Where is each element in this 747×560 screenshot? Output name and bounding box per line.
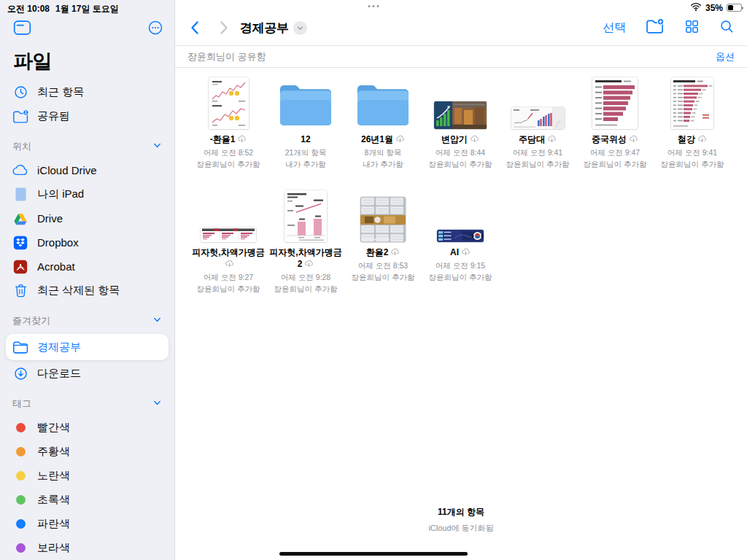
section-label: 태그 <box>12 397 31 411</box>
file-item-fx1[interactable]: -환율1어제 오전 8:52장윤희님이 추가함 <box>190 74 267 171</box>
back-button[interactable] <box>187 19 204 36</box>
sidebar-item-tag-orange[interactable]: 주황색 <box>0 440 174 464</box>
options-button[interactable]: 옵션 <box>716 50 735 63</box>
tag-icon <box>12 519 29 529</box>
sidebar: 파일 최근 항목공유됨위치iCloud Drive나의 iPadDriveDro… <box>0 0 175 560</box>
multitasking-indicator[interactable] <box>368 5 379 7</box>
sidebar-item-recents[interactable]: 최근 항목 <box>0 80 174 104</box>
file-item-folder-26y1m[interactable]: 26년1월8개의 항목내가 추가함 <box>344 74 422 171</box>
shared-header: 장윤희님이 공유함 옵션 <box>175 45 747 68</box>
folder-thumbnail <box>267 74 344 129</box>
navigation-bar: 경제공부 선택 <box>175 15 747 40</box>
sidebar-item-tag-blue[interactable]: 파란색 <box>0 512 174 536</box>
status-footer: 11개의 항목 iCloud에 동기화됨 <box>175 506 747 534</box>
sidebar-item-acrobat[interactable]: Acrobat <box>0 254 174 279</box>
sidebar-item-label: Drive <box>37 212 63 225</box>
file-item-china-satellite[interactable]: 중국위성어제 오전 9:47장윤희님이 추가함 <box>576 74 654 171</box>
file-item-fx2[interactable]: 환율2어제 오전 8:53장윤희님이 추가함 <box>344 187 422 295</box>
file-added-by: 장윤희님이 추가함 <box>654 159 731 171</box>
sidebar-item-downloads[interactable]: 다운로드 <box>0 362 174 386</box>
acrobat-icon <box>12 260 29 274</box>
trash-icon <box>12 283 29 298</box>
tag-icon <box>12 447 29 456</box>
file-item-mortgage[interactable]: 주담대어제 오전 9:41장윤희님이 추가함 <box>499 74 576 171</box>
file-added-by: 장윤희님이 추가함 <box>344 272 422 284</box>
tag-icon <box>12 543 29 553</box>
battery-icon <box>727 4 742 12</box>
sidebar-item-label: Acrobat <box>37 260 75 273</box>
ipad-icon <box>12 187 29 202</box>
home-indicator[interactable] <box>279 552 468 556</box>
file-name: AI <box>422 247 499 259</box>
file-thumbnail <box>344 187 422 242</box>
sidebar-item-dropbox[interactable]: Dropbox <box>0 230 174 254</box>
icloud-download-icon <box>393 134 405 144</box>
search-icon[interactable] <box>719 19 735 37</box>
title-chevron-button[interactable] <box>293 21 307 35</box>
sidebar-item-label: 최근 삭제된 항목 <box>37 284 120 298</box>
sidebar-item-google-drive[interactable]: Drive <box>0 206 174 230</box>
chevron-down-icon[interactable] <box>152 315 162 327</box>
file-thumbnail <box>190 187 267 242</box>
icloud-download-icon <box>235 134 247 144</box>
sidebar-item-label: 파란색 <box>37 517 70 531</box>
clock-icon <box>12 85 29 100</box>
download-icon <box>12 366 29 381</box>
file-item-pizzahut-fee2[interactable]: 피자헛,차액가맹금2어제 오전 9:28장윤희님이 추가함 <box>267 187 344 295</box>
files-window-icon[interactable] <box>13 20 31 39</box>
file-added-by: 장윤희님이 추가함 <box>190 159 267 171</box>
sidebar-item-tag-red[interactable]: 빨간색 <box>0 416 174 440</box>
icloud-download-icon <box>459 247 471 257</box>
sidebar-item-label: 빨간색 <box>37 421 70 435</box>
sidebar-section-header: 위치 <box>0 134 174 158</box>
new-folder-button[interactable] <box>646 18 665 37</box>
file-name: -환율1 <box>190 134 267 146</box>
forward-button[interactable] <box>215 19 231 36</box>
folder-title: 경제공부 <box>240 20 289 36</box>
battery-percent: 35% <box>705 3 723 13</box>
sidebar-item-icloud-drive[interactable]: iCloud Drive <box>0 158 174 182</box>
wifi-icon <box>690 2 702 13</box>
chevron-down-icon[interactable] <box>152 141 162 152</box>
file-item-steel[interactable]: 철강어제 오전 9:41장윤희님이 추가함 <box>654 74 731 171</box>
icloud-download-icon <box>302 259 314 269</box>
more-options-icon[interactable] <box>147 20 163 39</box>
sidebar-item-economy-study[interactable]: 경제공부 <box>6 334 169 360</box>
view-toggle-icon[interactable] <box>684 19 700 37</box>
sidebar-item-tag-yellow[interactable]: 노란색 <box>0 464 174 488</box>
tag-icon <box>12 471 29 481</box>
status-time: 오전 10:08 <box>7 3 50 15</box>
file-item-ai[interactable]: AI어제 오전 9:15장윤희님이 추가함 <box>422 187 499 295</box>
sidebar-item-recently-deleted[interactable]: 최근 삭제된 항목 <box>0 279 174 303</box>
sidebar-item-label: iCloud Drive <box>37 164 97 176</box>
file-item-pizzahut-fee1[interactable]: 피자헛,차액가맹금어제 오전 9:27장윤희님이 추가함 <box>190 187 267 295</box>
file-name: 철강 <box>654 134 731 146</box>
tag-icon <box>12 495 29 505</box>
main-content: 경제공부 선택 장윤희님이 공유함 옵션 -환율1어제 오전 8:52장윤희님이… <box>175 0 747 560</box>
sidebar-item-label: 노란색 <box>37 469 70 483</box>
files-app-window: 오전 10:08 1월 17일 토요일 35% 파일 최근 항목공유됨위치iCl… <box>0 0 747 560</box>
icloud-download-icon <box>388 247 400 257</box>
sidebar-item-shared[interactable]: 공유됨 <box>0 104 174 128</box>
select-button[interactable]: 선택 <box>603 20 626 36</box>
file-info: 어제 오전 9:41 <box>654 147 731 159</box>
file-item-folder-12[interactable]: 1221개의 항목내가 추가함 <box>267 74 344 171</box>
file-info: 어제 오전 8:52 <box>190 147 267 159</box>
tag-icon <box>12 423 29 432</box>
icloud-icon <box>12 164 29 176</box>
shared-folder-icon <box>12 109 29 124</box>
gdrive-icon <box>12 212 29 225</box>
file-info: 어제 오전 8:53 <box>344 260 422 272</box>
file-added-by: 내가 추가함 <box>267 159 344 171</box>
sidebar-item-tag-green[interactable]: 초록색 <box>0 488 174 512</box>
chevron-down-icon[interactable] <box>152 398 162 410</box>
file-added-by: 장윤희님이 추가함 <box>422 272 499 284</box>
sidebar-item-tag-purple[interactable]: 보라색 <box>0 536 174 560</box>
file-thumbnail <box>267 187 344 242</box>
status-date: 1월 17일 토요일 <box>55 3 119 15</box>
sidebar-item-my-ipad[interactable]: 나의 iPad <box>0 182 174 206</box>
dropbox-icon <box>12 236 29 250</box>
file-item-transformer[interactable]: 변압기어제 오전 8:44장윤희님이 추가함 <box>422 74 499 171</box>
sidebar-list: 최근 항목공유됨위치iCloud Drive나의 iPadDriveDropbo… <box>0 80 174 560</box>
folder-icon <box>12 340 29 354</box>
